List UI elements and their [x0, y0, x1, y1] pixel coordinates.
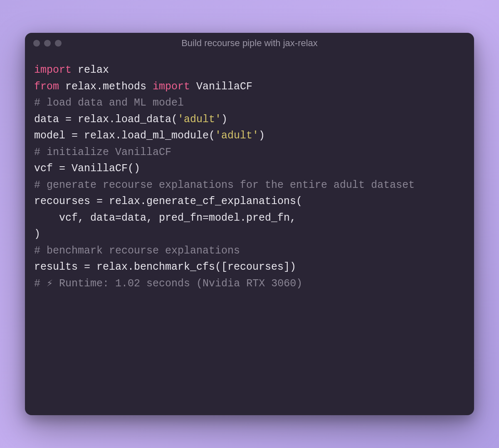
code-editor[interactable]: import relaxfrom relax.methods import Va…: [25, 54, 474, 300]
keyword: import: [34, 64, 72, 76]
minimize-icon[interactable]: [44, 40, 51, 47]
code-line: from relax.methods import VanillaCF: [34, 79, 465, 95]
code-window: Build recourse piple with jax-relax impo…: [25, 33, 474, 415]
code-line: vcf, data=data, pred_fn=model.pred_fn,: [34, 210, 465, 226]
keyword: from: [34, 81, 59, 93]
keyword: import: [153, 81, 190, 93]
code-line: ): [34, 226, 465, 243]
traffic-lights: [33, 40, 62, 47]
comment: # generate recourse explanations for the…: [34, 177, 465, 194]
identifier: relax: [72, 64, 109, 76]
comment: # ⚡ Runtime: 1.02 seconds (Nvidia RTX 30…: [34, 276, 465, 292]
comment: # load data and ML model: [34, 95, 465, 111]
maximize-icon[interactable]: [55, 40, 62, 47]
code-line: results = relax.benchmark_cfs([recourses…: [34, 259, 465, 276]
string-literal: 'adult': [215, 130, 259, 142]
module-path: relax.methods: [59, 81, 153, 93]
comment: # benchmark recourse explanations: [34, 243, 465, 259]
code-line: import relax: [34, 62, 465, 79]
code-text: data = relax.load_data(: [34, 113, 178, 126]
code-line: data = relax.load_data('adult'): [34, 111, 465, 128]
string-literal: 'adult': [178, 113, 221, 126]
close-icon[interactable]: [33, 40, 40, 47]
code-text: ): [259, 130, 265, 142]
comment: # initialize VanillaCF: [34, 144, 465, 161]
code-text: model = relax.load_ml_module(: [34, 130, 215, 142]
code-text: ): [221, 113, 227, 126]
window-title: Build recourse piple with jax-relax: [33, 38, 466, 49]
identifier: VanillaCF: [190, 81, 252, 93]
code-line: recourses = relax.generate_cf_explanatio…: [34, 193, 465, 210]
code-line: vcf = VanillaCF(): [34, 160, 465, 177]
titlebar: Build recourse piple with jax-relax: [25, 33, 474, 54]
code-line: model = relax.load_ml_module('adult'): [34, 128, 465, 144]
